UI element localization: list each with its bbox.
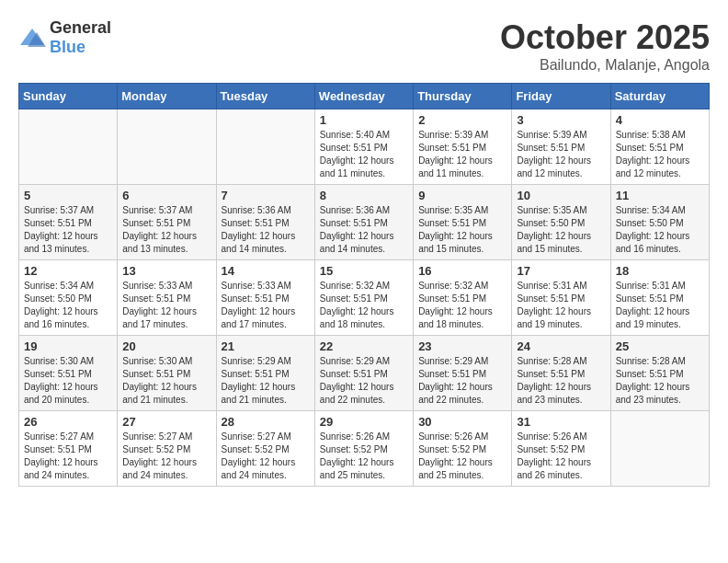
calendar-week-row: 19Sunrise: 5:30 AM Sunset: 5:51 PM Dayli… — [19, 336, 710, 411]
page-header: General Blue October 2025 Bailundo, Mala… — [18, 18, 710, 74]
calendar-cell: 7Sunrise: 5:36 AM Sunset: 5:51 PM Daylig… — [216, 185, 314, 260]
calendar-week-row: 5Sunrise: 5:37 AM Sunset: 5:51 PM Daylig… — [19, 185, 710, 260]
day-info: Sunrise: 5:26 AM Sunset: 5:52 PM Dayligh… — [320, 431, 408, 482]
day-number: 5 — [24, 189, 112, 202]
day-number: 6 — [122, 189, 210, 202]
calendar-cell: 30Sunrise: 5:26 AM Sunset: 5:52 PM Dayli… — [414, 411, 512, 487]
day-header-sunday: Sunday — [19, 84, 118, 109]
calendar-header-row: SundayMondayTuesdayWednesdayThursdayFrid… — [19, 84, 710, 109]
day-info: Sunrise: 5:36 AM Sunset: 5:51 PM Dayligh… — [320, 204, 408, 256]
day-number: 31 — [517, 415, 605, 429]
calendar-week-row: 1Sunrise: 5:40 AM Sunset: 5:51 PM Daylig… — [19, 109, 710, 185]
logo-blue-text: Blue — [50, 38, 85, 56]
calendar-cell: 24Sunrise: 5:28 AM Sunset: 5:51 PM Dayli… — [512, 336, 610, 411]
day-number: 25 — [616, 339, 704, 353]
day-info: Sunrise: 5:31 AM Sunset: 5:51 PM Dayligh… — [616, 280, 704, 331]
day-number: 29 — [320, 415, 408, 429]
calendar-cell: 4Sunrise: 5:38 AM Sunset: 5:51 PM Daylig… — [610, 109, 709, 185]
day-number: 10 — [517, 189, 605, 202]
day-number: 7 — [222, 189, 310, 202]
day-info: Sunrise: 5:33 AM Sunset: 5:51 PM Dayligh… — [222, 280, 310, 331]
logo-general-text: General — [50, 18, 111, 37]
calendar-cell: 15Sunrise: 5:32 AM Sunset: 5:51 PM Dayli… — [314, 260, 413, 336]
day-number: 15 — [320, 264, 408, 278]
day-info: Sunrise: 5:30 AM Sunset: 5:51 PM Dayligh… — [24, 355, 112, 407]
calendar-cell: 31Sunrise: 5:26 AM Sunset: 5:52 PM Dayli… — [512, 411, 610, 487]
title-section: October 2025 Bailundo, Malanje, Angola — [500, 18, 710, 74]
day-info: Sunrise: 5:39 AM Sunset: 5:51 PM Dayligh… — [517, 129, 605, 180]
day-number: 12 — [24, 264, 112, 278]
day-number: 24 — [517, 339, 605, 353]
day-info: Sunrise: 5:26 AM Sunset: 5:52 PM Dayligh… — [418, 431, 506, 482]
calendar-week-row: 12Sunrise: 5:34 AM Sunset: 5:50 PM Dayli… — [19, 260, 710, 336]
day-info: Sunrise: 5:28 AM Sunset: 5:51 PM Dayligh… — [616, 355, 704, 407]
day-info: Sunrise: 5:27 AM Sunset: 5:51 PM Dayligh… — [24, 431, 112, 482]
calendar-cell: 1Sunrise: 5:40 AM Sunset: 5:51 PM Daylig… — [314, 109, 413, 185]
day-info: Sunrise: 5:29 AM Sunset: 5:51 PM Dayligh… — [418, 355, 506, 407]
calendar-subtitle: Bailundo, Malanje, Angola — [500, 57, 710, 74]
day-number: 3 — [517, 113, 605, 127]
day-info: Sunrise: 5:39 AM Sunset: 5:51 PM Dayligh… — [418, 129, 506, 180]
calendar-cell: 22Sunrise: 5:29 AM Sunset: 5:51 PM Dayli… — [314, 336, 413, 411]
day-info: Sunrise: 5:33 AM Sunset: 5:51 PM Dayligh… — [122, 280, 210, 331]
day-number: 26 — [24, 415, 112, 429]
calendar-cell — [118, 109, 216, 185]
day-number: 20 — [122, 339, 210, 353]
day-number: 18 — [616, 264, 704, 278]
day-header-friday: Friday — [512, 84, 610, 109]
calendar-cell: 20Sunrise: 5:30 AM Sunset: 5:51 PM Dayli… — [118, 336, 216, 411]
calendar-week-row: 26Sunrise: 5:27 AM Sunset: 5:51 PM Dayli… — [19, 411, 710, 487]
calendar-cell: 25Sunrise: 5:28 AM Sunset: 5:51 PM Dayli… — [610, 336, 709, 411]
day-info: Sunrise: 5:37 AM Sunset: 5:51 PM Dayligh… — [122, 204, 210, 256]
day-info: Sunrise: 5:34 AM Sunset: 5:50 PM Dayligh… — [616, 204, 704, 256]
day-info: Sunrise: 5:38 AM Sunset: 5:51 PM Dayligh… — [616, 129, 704, 180]
day-number: 30 — [418, 415, 506, 429]
day-info: Sunrise: 5:30 AM Sunset: 5:51 PM Dayligh… — [122, 355, 210, 407]
day-number: 17 — [517, 264, 605, 278]
calendar-cell: 12Sunrise: 5:34 AM Sunset: 5:50 PM Dayli… — [19, 260, 118, 336]
calendar-cell: 2Sunrise: 5:39 AM Sunset: 5:51 PM Daylig… — [414, 109, 512, 185]
day-info: Sunrise: 5:27 AM Sunset: 5:52 PM Dayligh… — [222, 431, 310, 482]
day-number: 21 — [222, 339, 310, 353]
day-number: 23 — [418, 339, 506, 353]
calendar-cell: 3Sunrise: 5:39 AM Sunset: 5:51 PM Daylig… — [512, 109, 610, 185]
calendar-cell: 16Sunrise: 5:32 AM Sunset: 5:51 PM Dayli… — [414, 260, 512, 336]
day-info: Sunrise: 5:37 AM Sunset: 5:51 PM Dayligh… — [24, 204, 112, 256]
day-number: 11 — [616, 189, 704, 202]
day-header-wednesday: Wednesday — [314, 84, 413, 109]
day-number: 1 — [320, 113, 408, 127]
day-header-monday: Monday — [118, 84, 216, 109]
day-info: Sunrise: 5:32 AM Sunset: 5:51 PM Dayligh… — [320, 280, 408, 331]
day-info: Sunrise: 5:26 AM Sunset: 5:52 PM Dayligh… — [517, 431, 605, 482]
day-info: Sunrise: 5:28 AM Sunset: 5:51 PM Dayligh… — [517, 355, 605, 407]
calendar-cell: 5Sunrise: 5:37 AM Sunset: 5:51 PM Daylig… — [19, 185, 118, 260]
calendar-cell: 11Sunrise: 5:34 AM Sunset: 5:50 PM Dayli… — [610, 185, 709, 260]
logo-icon — [18, 27, 46, 49]
day-number: 9 — [418, 189, 506, 202]
day-info: Sunrise: 5:29 AM Sunset: 5:51 PM Dayligh… — [320, 355, 408, 407]
calendar-cell: 13Sunrise: 5:33 AM Sunset: 5:51 PM Dayli… — [118, 260, 216, 336]
day-number: 16 — [418, 264, 506, 278]
day-number: 27 — [122, 415, 210, 429]
calendar-cell: 9Sunrise: 5:35 AM Sunset: 5:51 PM Daylig… — [414, 185, 512, 260]
day-info: Sunrise: 5:27 AM Sunset: 5:52 PM Dayligh… — [122, 431, 210, 482]
day-number: 22 — [320, 339, 408, 353]
day-info: Sunrise: 5:29 AM Sunset: 5:51 PM Dayligh… — [222, 355, 310, 407]
day-number: 13 — [122, 264, 210, 278]
day-number: 4 — [616, 113, 704, 127]
day-number: 28 — [222, 415, 310, 429]
calendar-cell: 10Sunrise: 5:35 AM Sunset: 5:50 PM Dayli… — [512, 185, 610, 260]
calendar-cell: 28Sunrise: 5:27 AM Sunset: 5:52 PM Dayli… — [216, 411, 314, 487]
day-header-saturday: Saturday — [610, 84, 709, 109]
day-info: Sunrise: 5:35 AM Sunset: 5:51 PM Dayligh… — [418, 204, 506, 256]
calendar-cell: 26Sunrise: 5:27 AM Sunset: 5:51 PM Dayli… — [19, 411, 118, 487]
day-number: 8 — [320, 189, 408, 202]
calendar-cell — [19, 109, 118, 185]
calendar-cell: 18Sunrise: 5:31 AM Sunset: 5:51 PM Dayli… — [610, 260, 709, 336]
calendar-table: SundayMondayTuesdayWednesdayThursdayFrid… — [18, 83, 710, 487]
calendar-cell — [610, 411, 709, 487]
day-number: 2 — [418, 113, 506, 127]
day-info: Sunrise: 5:36 AM Sunset: 5:51 PM Dayligh… — [222, 204, 310, 256]
calendar-cell — [216, 109, 314, 185]
day-header-tuesday: Tuesday — [216, 84, 314, 109]
